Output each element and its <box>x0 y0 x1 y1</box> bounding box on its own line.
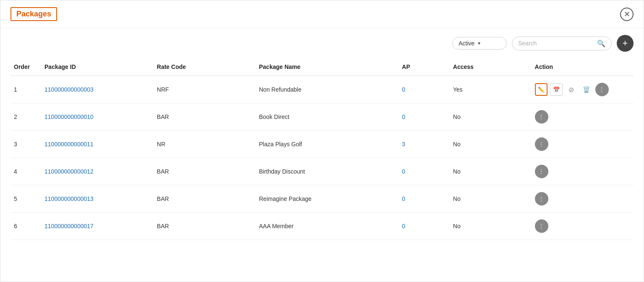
cell-order: 2 <box>10 103 41 131</box>
cell-ap: 0 <box>399 158 450 185</box>
table-row: 5110000000000013BARReimagine Package0No⋮ <box>10 185 634 213</box>
cell-package-id[interactable]: 110000000000003 <box>41 76 154 103</box>
search-box: 🔍 <box>512 37 612 50</box>
edit-button[interactable]: ✏️ <box>535 83 548 96</box>
filter-dropdown[interactable]: Active ▾ <box>452 37 507 50</box>
cell-rate-code: NR <box>154 131 256 158</box>
cell-action: ⋮ <box>532 185 634 213</box>
more-icon: ⋮ <box>539 141 544 147</box>
more-icon: ⋮ <box>539 223 544 229</box>
more-button[interactable]: ⋮ <box>535 192 548 206</box>
table-row: 2110000000000010BARBook Direct0No⋮ <box>10 103 634 131</box>
cell-access: No <box>450 185 532 213</box>
cell-order: 5 <box>10 185 41 213</box>
page-header: Packages ✕ <box>0 0 644 28</box>
table-row: 4110000000000012BARBirthday Discount0No⋮ <box>10 158 634 185</box>
cell-access: No <box>450 103 532 131</box>
cell-package-name: Reimagine Package <box>256 185 399 213</box>
cell-package-name: Book Direct <box>256 103 399 131</box>
table-row: 1110000000000003NRFNon Refundable0Yes✏️📅… <box>10 76 634 103</box>
toolbar: Active ▾ 🔍 + <box>0 28 644 58</box>
packages-table: Order Package ID Rate Code Package Name … <box>10 58 634 240</box>
filter-label: Active <box>459 40 475 47</box>
more-button[interactable]: ⋮ <box>535 165 548 178</box>
more-button[interactable]: ⋮ <box>535 137 548 151</box>
col-header-rate-code: Rate Code <box>154 58 256 76</box>
calendar-icon: 📅 <box>553 87 560 93</box>
more-button[interactable]: ⋮ <box>535 219 548 233</box>
cell-package-name: Non Refundable <box>256 76 399 103</box>
cell-order: 4 <box>10 158 41 185</box>
col-header-order: Order <box>10 58 41 76</box>
search-input[interactable] <box>518 40 594 47</box>
cell-access: No <box>450 213 532 240</box>
col-header-access: Access <box>450 58 532 76</box>
table-container: Order Package ID Rate Code Package Name … <box>0 58 644 240</box>
cell-access: Yes <box>450 76 532 103</box>
page-container: Packages ✕ Active ▾ 🔍 + Order Package ID… <box>0 0 644 282</box>
cell-package-name: Plaza Plays Golf <box>256 131 399 158</box>
cell-action: ⋮ <box>532 103 634 131</box>
cell-rate-code: BAR <box>154 158 256 185</box>
cell-package-id[interactable]: 110000000000010 <box>41 103 154 131</box>
close-icon: ✕ <box>624 10 630 19</box>
calendar-button[interactable]: 📅 <box>550 83 563 96</box>
add-button[interactable]: + <box>617 35 634 52</box>
cell-access: No <box>450 131 532 158</box>
edit-icon: ✏️ <box>538 87 545 93</box>
page-title: Packages <box>10 7 57 21</box>
table-row: 6110000000000017BARAAA Member0No⋮ <box>10 213 634 240</box>
block-button[interactable]: ⊘ <box>565 83 578 96</box>
cell-package-id[interactable]: 110000000000017 <box>41 213 154 240</box>
action-icons-group: ✏️📅⊘🗑️⋮ <box>535 83 630 96</box>
cell-rate-code: BAR <box>154 213 256 240</box>
cell-action: ✏️📅⊘🗑️⋮ <box>532 76 634 103</box>
cell-ap: 0 <box>399 185 450 213</box>
cell-package-id[interactable]: 110000000000011 <box>41 131 154 158</box>
cell-ap: 0 <box>399 103 450 131</box>
cell-access: No <box>450 158 532 185</box>
search-button[interactable]: 🔍 <box>597 40 605 47</box>
col-header-package-id: Package ID <box>41 58 154 76</box>
cell-rate-code: NRF <box>154 76 256 103</box>
cell-order: 6 <box>10 213 41 240</box>
more-icon: ⋮ <box>539 114 544 120</box>
search-icon: 🔍 <box>597 40 605 47</box>
close-button[interactable]: ✕ <box>620 8 634 21</box>
cell-ap: 3 <box>399 131 450 158</box>
cell-action: ⋮ <box>532 158 634 185</box>
more-icon: ⋮ <box>539 169 544 174</box>
delete-button[interactable]: 🗑️ <box>580 83 593 96</box>
cell-order: 3 <box>10 131 41 158</box>
cell-rate-code: BAR <box>154 185 256 213</box>
cell-rate-code: BAR <box>154 103 256 131</box>
col-header-ap: AP <box>399 58 450 76</box>
cell-package-name: Birthday Discount <box>256 158 399 185</box>
cell-package-id[interactable]: 110000000000012 <box>41 158 154 185</box>
table-header-row: Order Package ID Rate Code Package Name … <box>10 58 634 76</box>
cell-package-id[interactable]: 110000000000013 <box>41 185 154 213</box>
more-icon: ⋮ <box>539 196 544 202</box>
more-icon: ⋮ <box>599 87 605 92</box>
trash-icon: 🗑️ <box>583 86 590 93</box>
cell-package-name: AAA Member <box>256 213 399 240</box>
block-icon: ⊘ <box>568 86 574 94</box>
cell-order: 1 <box>10 76 41 103</box>
cell-action: ⋮ <box>532 131 634 158</box>
cell-ap: 0 <box>399 76 450 103</box>
cell-action: ⋮ <box>532 213 634 240</box>
cell-ap: 0 <box>399 213 450 240</box>
table-row: 3110000000000011NRPlaza Plays Golf3No⋮ <box>10 131 634 158</box>
col-header-action: Action <box>532 58 634 76</box>
more-button[interactable]: ⋮ <box>595 83 609 96</box>
more-button[interactable]: ⋮ <box>535 110 548 124</box>
chevron-down-icon: ▾ <box>478 40 480 46</box>
col-header-package-name: Package Name <box>256 58 399 76</box>
